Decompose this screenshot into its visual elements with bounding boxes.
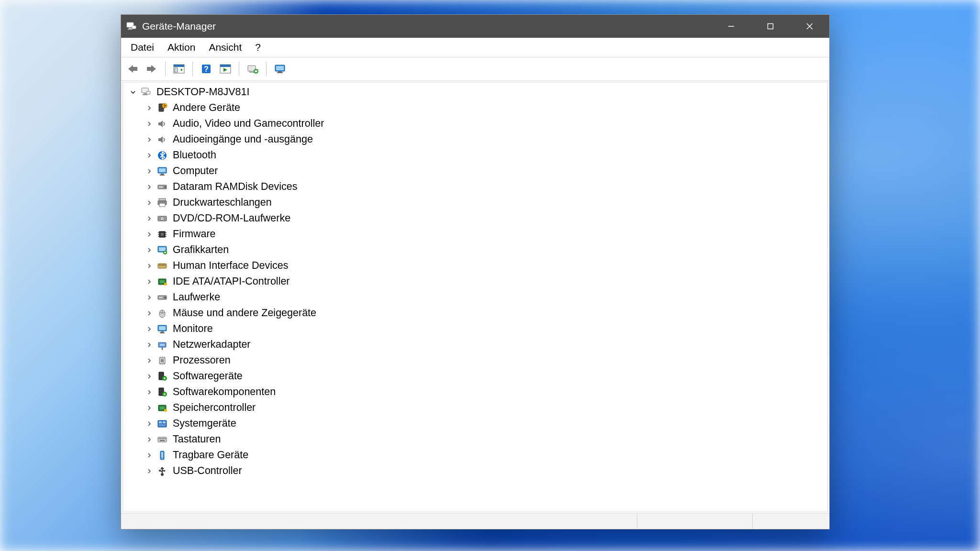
menu-datei[interactable]: Datei [124, 39, 161, 56]
tree-category[interactable]: Druckwarteschlangen [123, 195, 827, 210]
chevron-right-icon[interactable] [144, 150, 155, 161]
chevron-right-icon[interactable] [144, 166, 155, 176]
tree-category[interactable]: Laufwerke [123, 289, 827, 305]
svg-rect-101 [159, 438, 160, 439]
tree-category[interactable]: Speichercontroller [123, 400, 827, 416]
minimize-button[interactable] [712, 15, 751, 38]
svg-text:?: ? [204, 65, 209, 73]
menu-help[interactable]: ? [248, 39, 267, 56]
svg-rect-24 [278, 71, 282, 72]
device-manager-window: Geräte-Manager Datei Aktion Ansicht ? [121, 14, 830, 529]
uninstall-device-button[interactable] [244, 60, 261, 77]
maximize-button[interactable] [751, 15, 790, 38]
tree-root[interactable]: DESKTOP-M8JV81I [123, 84, 827, 100]
tree-category[interactable]: Softwarekomponenten [123, 384, 827, 400]
tree-category[interactable]: Systemgeräte [123, 416, 827, 431]
tree-category[interactable]: IDE ATA/ATAPI-Controller [123, 274, 827, 289]
chevron-right-icon[interactable] [144, 134, 155, 145]
svg-rect-105 [165, 438, 166, 439]
device-tree[interactable]: DESKTOP-M8JV81I ? Andere Geräte Audio, V… [122, 82, 828, 512]
svg-rect-27 [144, 93, 146, 94]
chevron-right-icon[interactable] [144, 450, 155, 461]
chevron-right-icon[interactable] [144, 466, 155, 476]
chevron-right-icon[interactable] [144, 419, 155, 429]
chevron-right-icon[interactable] [144, 403, 155, 413]
svg-rect-108 [161, 452, 163, 458]
software-icon [156, 371, 168, 382]
chevron-right-icon[interactable] [144, 387, 155, 397]
chevron-right-icon[interactable] [144, 245, 155, 255]
titlebar[interactable]: Geräte-Manager [121, 15, 829, 38]
menu-ansicht[interactable]: Ansicht [202, 39, 248, 56]
tree-category[interactable]: Prozessoren [123, 353, 827, 368]
keyboard-icon [156, 434, 168, 445]
computer-icon [140, 87, 152, 98]
toolbar-separator [192, 62, 193, 76]
chevron-right-icon[interactable] [144, 292, 155, 303]
storage-controller-icon [156, 276, 168, 287]
svg-point-66 [164, 283, 167, 286]
svg-rect-36 [161, 174, 164, 175]
svg-point-46 [162, 218, 163, 219]
chevron-right-icon[interactable] [144, 276, 155, 287]
svg-rect-5 [768, 24, 773, 29]
svg-rect-23 [276, 66, 284, 70]
tree-category[interactable]: ? Andere Geräte [123, 100, 827, 116]
tree-category[interactable]: Firmware [123, 226, 827, 242]
svg-rect-43 [159, 203, 165, 207]
svg-text:?: ? [163, 104, 166, 109]
display-adapter-icon [156, 244, 168, 256]
printer-icon [156, 197, 168, 209]
svg-rect-21 [255, 71, 257, 72]
svg-rect-103 [162, 438, 163, 439]
svg-rect-62 [163, 264, 164, 265]
chevron-right-icon[interactable] [144, 198, 155, 208]
update-driver-button[interactable] [217, 60, 234, 77]
optical-icon [156, 213, 168, 224]
tree-category[interactable]: Mäuse und andere Zeigegeräte [123, 305, 827, 321]
chevron-right-icon[interactable] [144, 355, 155, 366]
tree-category[interactable]: Netzwerkadapter [123, 337, 827, 353]
svg-rect-99 [159, 424, 166, 426]
tree-category[interactable]: Bluetooth [123, 147, 827, 163]
chevron-right-icon[interactable] [144, 434, 155, 445]
chevron-right-icon[interactable] [144, 340, 155, 350]
tree-category[interactable]: DVD/CD-ROM-Laufwerke [123, 210, 827, 226]
chevron-right-icon[interactable] [144, 324, 155, 334]
chevron-right-icon[interactable] [144, 261, 155, 271]
tree-category[interactable]: USB-Controller [123, 463, 827, 479]
tree-category[interactable]: Softwaregeräte [123, 368, 827, 384]
tree-category[interactable]: Tragbare Geräte [123, 447, 827, 463]
forward-button[interactable] [143, 60, 160, 77]
tree-category[interactable]: Grafikkarten [123, 242, 827, 258]
chevron-right-icon[interactable] [144, 371, 155, 382]
svg-rect-82 [161, 359, 164, 362]
chevron-right-icon[interactable] [144, 182, 155, 192]
chevron-down-icon[interactable] [128, 87, 138, 98]
usb-icon [156, 465, 168, 477]
tree-category-label: Laufwerke [173, 291, 220, 303]
chevron-right-icon[interactable] [144, 103, 155, 113]
scan-hardware-button[interactable] [271, 60, 289, 77]
tree-category[interactable]: Audioeingänge und -ausgänge [123, 132, 827, 147]
tree-category[interactable]: Human Interface Devices [123, 258, 827, 274]
svg-rect-56 [159, 247, 166, 251]
show-hide-console-tree-button[interactable] [170, 60, 188, 77]
portable-icon [156, 450, 168, 461]
tree-category-label: Tragbare Geräte [173, 449, 248, 461]
svg-rect-100 [158, 437, 167, 442]
tree-category[interactable]: Audio, Video und Gamecontroller [123, 116, 827, 132]
tree-category[interactable]: Dataram RAMDisk Devices [123, 179, 827, 195]
svg-rect-25 [277, 72, 283, 73]
back-button[interactable] [124, 60, 141, 77]
menu-aktion[interactable]: Aktion [161, 39, 202, 56]
chevron-right-icon[interactable] [144, 213, 155, 224]
tree-category[interactable]: Tastaturen [123, 431, 827, 447]
chevron-right-icon[interactable] [144, 229, 155, 240]
chevron-right-icon[interactable] [144, 308, 155, 319]
chevron-right-icon[interactable] [144, 119, 155, 129]
close-button[interactable] [790, 15, 829, 38]
help-button[interactable]: ? [198, 60, 215, 77]
tree-category[interactable]: Computer [123, 163, 827, 179]
tree-category[interactable]: Monitore [123, 321, 827, 337]
